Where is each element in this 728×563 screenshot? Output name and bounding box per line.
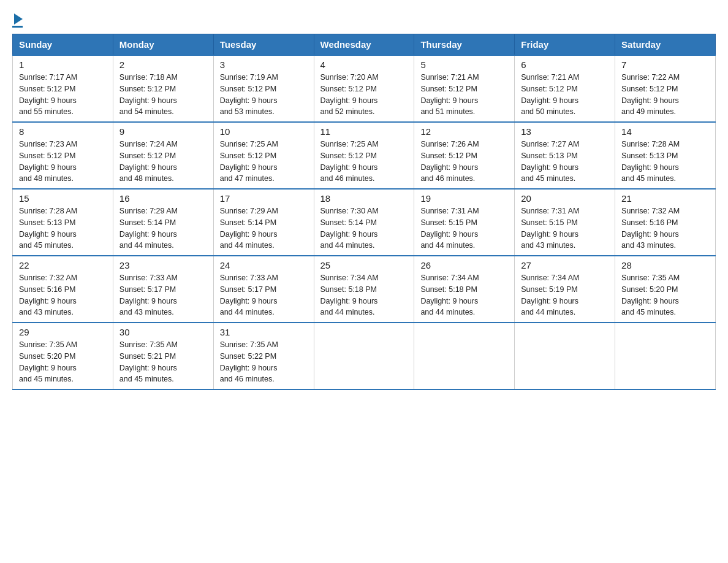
day-number: 9 [119, 126, 207, 137]
day-info: Sunrise: 7:31 AMSunset: 5:15 PMDaylight:… [420, 205, 508, 251]
day-number: 19 [420, 193, 508, 204]
day-header-monday: Monday [113, 34, 213, 56]
calendar-cell: 14Sunrise: 7:28 AMSunset: 5:13 PMDayligh… [615, 122, 716, 189]
calendar-cell: 11Sunrise: 7:25 AMSunset: 5:12 PMDayligh… [314, 122, 414, 189]
calendar-cell: 21Sunrise: 7:32 AMSunset: 5:16 PMDayligh… [615, 189, 716, 256]
calendar-cell: 19Sunrise: 7:31 AMSunset: 5:15 PMDayligh… [414, 189, 515, 256]
day-number: 26 [420, 260, 508, 270]
day-header-sunday: Sunday [13, 34, 113, 56]
logo-underline [12, 26, 23, 28]
day-number: 2 [119, 59, 207, 70]
calendar-cell: 29Sunrise: 7:35 AMSunset: 5:20 PMDayligh… [13, 323, 113, 389]
calendar-cell: 9Sunrise: 7:24 AMSunset: 5:12 PMDaylight… [113, 122, 213, 189]
calendar-week-row: 22Sunrise: 7:32 AMSunset: 5:16 PMDayligh… [13, 256, 716, 323]
day-header-wednesday: Wednesday [314, 34, 414, 56]
day-info: Sunrise: 7:35 AMSunset: 5:21 PMDaylight:… [119, 339, 207, 385]
day-number: 5 [420, 59, 508, 70]
calendar-cell: 23Sunrise: 7:33 AMSunset: 5:17 PMDayligh… [113, 256, 213, 323]
day-info: Sunrise: 7:29 AMSunset: 5:14 PMDaylight:… [220, 205, 308, 251]
day-header-friday: Friday [515, 34, 615, 56]
day-number: 1 [19, 59, 107, 70]
day-number: 7 [621, 59, 709, 70]
day-info: Sunrise: 7:25 AMSunset: 5:12 PMDaylight:… [320, 139, 408, 185]
calendar-cell [314, 323, 414, 389]
day-info: Sunrise: 7:33 AMSunset: 5:17 PMDaylight:… [220, 272, 308, 318]
calendar-header-row: SundayMondayTuesdayWednesdayThursdayFrid… [13, 34, 716, 56]
calendar-cell: 8Sunrise: 7:23 AMSunset: 5:12 PMDaylight… [13, 122, 113, 189]
day-number: 31 [220, 327, 308, 337]
calendar-cell: 12Sunrise: 7:26 AMSunset: 5:12 PMDayligh… [414, 122, 515, 189]
day-number: 15 [19, 193, 107, 204]
day-header-saturday: Saturday [615, 34, 716, 56]
day-number: 17 [220, 193, 308, 204]
calendar-cell: 24Sunrise: 7:33 AMSunset: 5:17 PMDayligh… [213, 256, 314, 323]
calendar-cell: 26Sunrise: 7:34 AMSunset: 5:18 PMDayligh… [414, 256, 515, 323]
calendar-week-row: 8Sunrise: 7:23 AMSunset: 5:12 PMDaylight… [13, 122, 716, 189]
logo [12, 12, 23, 28]
day-info: Sunrise: 7:35 AMSunset: 5:20 PMDaylight:… [19, 339, 107, 385]
day-info: Sunrise: 7:25 AMSunset: 5:12 PMDaylight:… [220, 139, 308, 185]
day-info: Sunrise: 7:19 AMSunset: 5:12 PMDaylight:… [220, 72, 308, 118]
day-number: 23 [119, 260, 207, 270]
day-number: 24 [220, 260, 308, 270]
day-number: 30 [119, 327, 207, 337]
day-info: Sunrise: 7:30 AMSunset: 5:14 PMDaylight:… [320, 205, 408, 251]
calendar-table: SundayMondayTuesdayWednesdayThursdayFrid… [12, 34, 716, 390]
day-number: 22 [19, 260, 107, 270]
day-info: Sunrise: 7:23 AMSunset: 5:12 PMDaylight:… [19, 139, 107, 185]
calendar-cell [414, 323, 515, 389]
calendar-cell: 1Sunrise: 7:17 AMSunset: 5:12 PMDaylight… [13, 55, 113, 122]
day-info: Sunrise: 7:35 AMSunset: 5:20 PMDaylight:… [621, 272, 709, 318]
day-number: 10 [220, 126, 308, 137]
day-number: 18 [320, 193, 408, 204]
day-number: 13 [521, 126, 609, 137]
day-info: Sunrise: 7:18 AMSunset: 5:12 PMDaylight:… [119, 72, 207, 118]
day-info: Sunrise: 7:22 AMSunset: 5:12 PMDaylight:… [621, 72, 709, 118]
day-info: Sunrise: 7:29 AMSunset: 5:14 PMDaylight:… [119, 205, 207, 251]
day-header-tuesday: Tuesday [213, 34, 314, 56]
calendar-cell: 18Sunrise: 7:30 AMSunset: 5:14 PMDayligh… [314, 189, 414, 256]
day-info: Sunrise: 7:33 AMSunset: 5:17 PMDaylight:… [119, 272, 207, 318]
calendar-cell: 30Sunrise: 7:35 AMSunset: 5:21 PMDayligh… [113, 323, 213, 389]
day-number: 16 [119, 193, 207, 204]
calendar-cell: 15Sunrise: 7:28 AMSunset: 5:13 PMDayligh… [13, 189, 113, 256]
calendar-cell: 4Sunrise: 7:20 AMSunset: 5:12 PMDaylight… [314, 55, 414, 122]
day-header-thursday: Thursday [414, 34, 515, 56]
calendar-cell: 5Sunrise: 7:21 AMSunset: 5:12 PMDaylight… [414, 55, 515, 122]
calendar-week-row: 29Sunrise: 7:35 AMSunset: 5:20 PMDayligh… [13, 323, 716, 389]
day-number: 3 [220, 59, 308, 70]
day-info: Sunrise: 7:24 AMSunset: 5:12 PMDaylight:… [119, 139, 207, 185]
day-info: Sunrise: 7:34 AMSunset: 5:18 PMDaylight:… [320, 272, 408, 318]
calendar-cell: 10Sunrise: 7:25 AMSunset: 5:12 PMDayligh… [213, 122, 314, 189]
day-number: 4 [320, 59, 408, 70]
calendar-cell: 22Sunrise: 7:32 AMSunset: 5:16 PMDayligh… [13, 256, 113, 323]
day-info: Sunrise: 7:35 AMSunset: 5:22 PMDaylight:… [220, 339, 308, 385]
day-info: Sunrise: 7:27 AMSunset: 5:13 PMDaylight:… [521, 139, 609, 185]
page-header [12, 12, 716, 28]
day-number: 29 [19, 327, 107, 337]
day-info: Sunrise: 7:20 AMSunset: 5:12 PMDaylight:… [320, 72, 408, 118]
day-number: 20 [521, 193, 609, 204]
day-info: Sunrise: 7:21 AMSunset: 5:12 PMDaylight:… [521, 72, 609, 118]
calendar-cell: 7Sunrise: 7:22 AMSunset: 5:12 PMDaylight… [615, 55, 716, 122]
calendar-cell: 28Sunrise: 7:35 AMSunset: 5:20 PMDayligh… [615, 256, 716, 323]
day-info: Sunrise: 7:31 AMSunset: 5:15 PMDaylight:… [521, 205, 609, 251]
calendar-cell: 2Sunrise: 7:18 AMSunset: 5:12 PMDaylight… [113, 55, 213, 122]
day-number: 12 [420, 126, 508, 137]
calendar-week-row: 1Sunrise: 7:17 AMSunset: 5:12 PMDaylight… [13, 55, 716, 122]
calendar-cell [615, 323, 716, 389]
day-info: Sunrise: 7:34 AMSunset: 5:19 PMDaylight:… [521, 272, 609, 318]
day-number: 8 [19, 126, 107, 137]
day-number: 28 [621, 260, 709, 270]
day-number: 14 [621, 126, 709, 137]
calendar-cell [515, 323, 615, 389]
calendar-cell: 17Sunrise: 7:29 AMSunset: 5:14 PMDayligh… [213, 189, 314, 256]
calendar-cell: 25Sunrise: 7:34 AMSunset: 5:18 PMDayligh… [314, 256, 414, 323]
calendar-cell: 20Sunrise: 7:31 AMSunset: 5:15 PMDayligh… [515, 189, 615, 256]
day-number: 6 [521, 59, 609, 70]
day-info: Sunrise: 7:21 AMSunset: 5:12 PMDaylight:… [420, 72, 508, 118]
day-info: Sunrise: 7:32 AMSunset: 5:16 PMDaylight:… [621, 205, 709, 251]
day-info: Sunrise: 7:34 AMSunset: 5:18 PMDaylight:… [420, 272, 508, 318]
calendar-cell: 6Sunrise: 7:21 AMSunset: 5:12 PMDaylight… [515, 55, 615, 122]
day-info: Sunrise: 7:17 AMSunset: 5:12 PMDaylight:… [19, 72, 107, 118]
